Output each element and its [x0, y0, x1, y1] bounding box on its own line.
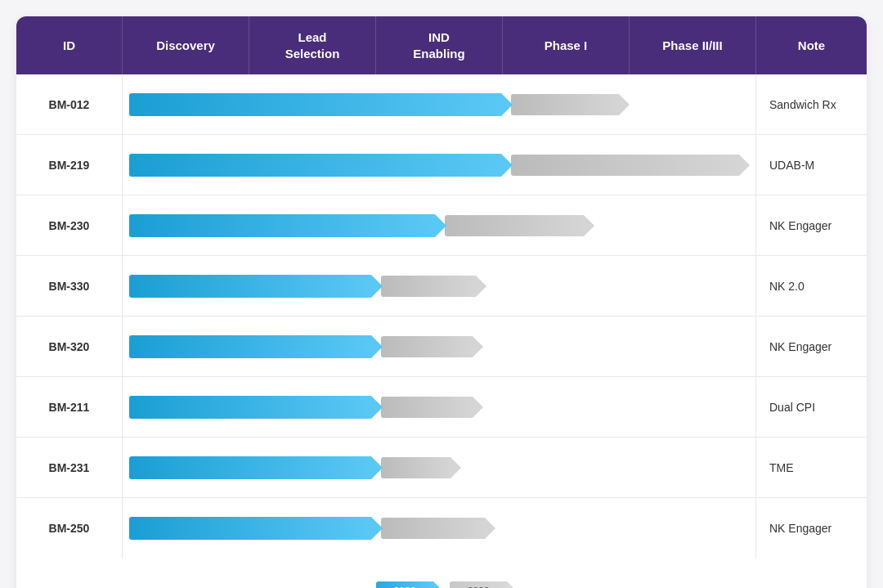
- table-row: BM-231 TME: [16, 438, 867, 498]
- table-row: BM-330 NK 2.0: [16, 256, 867, 316]
- gray-arrow-tip: [473, 336, 483, 357]
- blue-bar: [129, 93, 501, 116]
- blue-bar: [129, 154, 501, 177]
- id-cell: BM-219: [16, 135, 123, 195]
- gray-arrow-tip: [485, 518, 495, 539]
- gray-arrow-tip: [619, 94, 630, 115]
- gray-bar: [511, 94, 619, 115]
- bars-cell: [123, 498, 756, 559]
- blue-arrow-tip: [435, 214, 446, 237]
- table-row: BM-219 UDAB-M: [16, 135, 867, 195]
- id-cell: BM-330: [16, 256, 123, 316]
- blue-arrow-tip: [501, 93, 513, 116]
- bars-cell: [123, 135, 756, 195]
- legend-2023: 2023: [450, 581, 507, 588]
- legend-gray-arrow: 2023: [450, 581, 507, 588]
- note-cell: NK 2.0: [756, 256, 867, 316]
- gray-arrow-tip: [450, 457, 461, 478]
- blue-bar: [129, 456, 371, 479]
- gray-arrow-tip: [473, 397, 483, 418]
- gray-bar: [381, 276, 476, 297]
- blue-bar: [129, 396, 371, 419]
- bars-cell: [123, 74, 756, 134]
- blue-bar: [129, 214, 435, 237]
- blue-bar: [129, 517, 371, 540]
- blue-arrow-tip: [371, 275, 383, 298]
- blue-arrow-tip: [371, 456, 383, 479]
- blue-arrow-tip: [371, 335, 383, 358]
- note-cell: NK Engager: [756, 316, 867, 376]
- header-phase-i: Phase I: [503, 16, 630, 74]
- note-cell: NK Engager: [756, 498, 867, 559]
- gray-bar: [381, 336, 473, 357]
- table-row: BM-250 NK Engager: [16, 498, 867, 559]
- note-cell: Dual CPI: [756, 377, 867, 437]
- bars-cell: [123, 256, 756, 316]
- table-row: BM-211 Dual CPI: [16, 377, 867, 438]
- gray-bar: [381, 457, 450, 478]
- gray-arrow-tip: [584, 215, 594, 236]
- note-cell: TME: [756, 438, 867, 497]
- gray-bar: [511, 155, 739, 176]
- table-row: BM-230 NK Engager: [16, 195, 867, 256]
- chart-container: ID Discovery LeadSelection INDEnabling P…: [16, 16, 867, 588]
- bars-cell: [123, 377, 756, 437]
- header-lead-selection: LeadSelection: [249, 16, 376, 74]
- header-ind-enabling: INDEnabling: [376, 16, 503, 74]
- table-body: BM-012 Sandwich Rx BM-219: [16, 74, 867, 559]
- gray-bar: [445, 215, 585, 236]
- note-cell: NK Engager: [756, 195, 867, 255]
- bars-cell: [123, 195, 756, 255]
- id-cell: BM-231: [16, 438, 123, 497]
- id-cell: BM-211: [16, 377, 123, 437]
- blue-arrow-tip: [371, 517, 383, 540]
- legend-blue-arrow: 2022: [376, 581, 433, 588]
- bars-cell: [123, 316, 756, 376]
- legend-2022: 2022: [376, 581, 433, 588]
- id-cell: BM-230: [16, 195, 123, 255]
- table-header: ID Discovery LeadSelection INDEnabling P…: [16, 16, 867, 74]
- header-phase-ii-iii: Phase II/III: [630, 16, 756, 74]
- legend: 2022 2023: [16, 581, 867, 588]
- id-cell: BM-012: [16, 74, 123, 134]
- bars-cell: [123, 438, 756, 497]
- id-cell: BM-250: [16, 498, 123, 559]
- header-id: ID: [16, 16, 123, 74]
- table-row: BM-320 NK Engager: [16, 316, 867, 377]
- note-cell: UDAB-M: [756, 135, 867, 195]
- blue-bar: [129, 275, 371, 298]
- header-discovery: Discovery: [123, 16, 249, 74]
- gray-bar: [381, 518, 485, 539]
- gray-bar: [381, 397, 473, 418]
- gray-arrow-tip: [476, 276, 486, 297]
- header-note: Note: [756, 16, 867, 74]
- blue-arrow-tip: [371, 396, 383, 419]
- id-cell: BM-320: [16, 316, 123, 376]
- table-row: BM-012 Sandwich Rx: [16, 74, 867, 135]
- blue-arrow-tip: [501, 154, 513, 177]
- gray-arrow-tip: [739, 155, 750, 176]
- blue-bar: [129, 335, 371, 358]
- note-cell: Sandwich Rx: [756, 74, 867, 134]
